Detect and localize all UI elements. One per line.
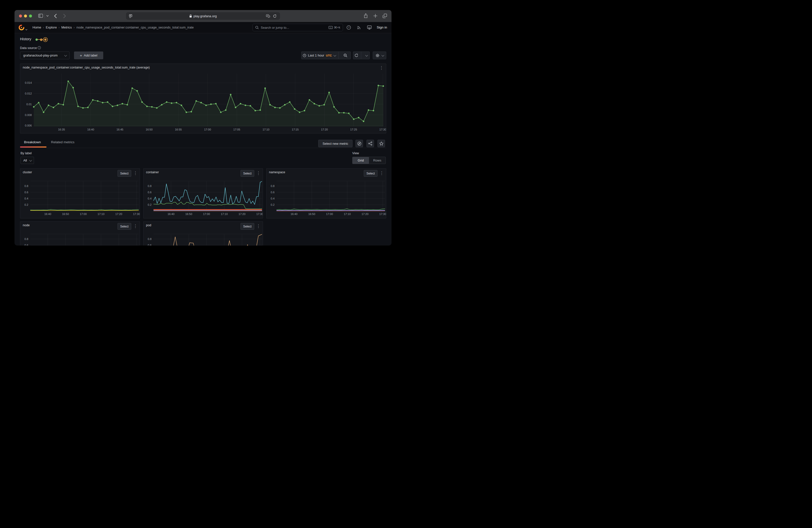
- org-chevron-down-icon[interactable]: [25, 27, 28, 31]
- tab-breakdown[interactable]: Breakdown: [24, 140, 41, 144]
- pod-chart[interactable]: 0.80.60.40.216:4016:5017:0017:1017:2017:…: [144, 221, 263, 246]
- active-tab-indicator: [20, 147, 46, 147]
- reader-icon[interactable]: [129, 12, 132, 20]
- svg-text:17:20: 17:20: [238, 212, 246, 216]
- svg-text:0.014: 0.014: [25, 81, 32, 84]
- svg-text:17:30: 17:30: [256, 212, 263, 216]
- svg-text:16:50: 16:50: [185, 212, 192, 216]
- translate-icon[interactable]: A: [266, 12, 270, 20]
- by-label-value: All: [23, 159, 27, 162]
- main-metric-chart[interactable]: 0.0140.0120.010.0080.00616:3516:4016:451…: [20, 64, 386, 133]
- select-new-metric-button[interactable]: Select new metric: [318, 140, 352, 147]
- chevron-down-icon: [381, 54, 384, 56]
- main-metric-panel: node_namespace_pod_container:container_c…: [20, 63, 386, 133]
- back-icon[interactable]: [54, 14, 57, 18]
- tab-overview-icon[interactable]: [382, 14, 387, 18]
- datasource-label: Data source: [20, 46, 37, 50]
- grafana-header: Home› Explore› Metrics› node_namespace_p…: [14, 22, 392, 33]
- breadcrumb-home[interactable]: Home: [32, 26, 41, 29]
- sign-in-button[interactable]: Sign in: [377, 26, 387, 29]
- svg-text:0.8: 0.8: [271, 185, 275, 188]
- browser-toolbar: play.grafana.org A: [14, 10, 392, 22]
- sidebar-icon[interactable]: [38, 14, 43, 18]
- svg-text:17:10: 17:10: [98, 212, 104, 216]
- settings-button[interactable]: [373, 52, 386, 59]
- svg-text:17:00: 17:00: [204, 128, 211, 131]
- share-icon[interactable]: [364, 13, 368, 18]
- svg-text:17:00: 17:00: [80, 212, 87, 216]
- news-rss-icon[interactable]: [356, 25, 362, 30]
- cluster-chart[interactable]: 0.80.60.40.216:4016:5017:0017:1017:2017:…: [20, 168, 140, 218]
- svg-text:0.2: 0.2: [148, 203, 151, 206]
- svg-text:0.8: 0.8: [148, 237, 151, 240]
- svg-text:0.6: 0.6: [148, 191, 151, 194]
- zoom-out-button[interactable]: [340, 54, 350, 58]
- history-label: History: [20, 37, 31, 41]
- search-icon: [255, 26, 259, 29]
- info-icon[interactable]: [38, 46, 41, 50]
- datasource-picker[interactable]: grafanacloud-play-prom: [20, 52, 70, 59]
- svg-text:0.8: 0.8: [148, 185, 151, 188]
- search-input[interactable]: Search or jump to... ⌘+k: [252, 24, 343, 31]
- view-grid-option[interactable]: Grid: [352, 157, 369, 164]
- refresh-icon[interactable]: [353, 54, 359, 57]
- view-rows-option[interactable]: Rows: [369, 157, 386, 164]
- svg-text:17:30: 17:30: [133, 212, 140, 216]
- chevron-down-icon: [29, 159, 32, 161]
- container-chart[interactable]: 0.80.60.40.216:4016:5017:0017:1017:2017:…: [144, 168, 263, 218]
- svg-text:16:45: 16:45: [116, 128, 124, 131]
- reload-icon[interactable]: [273, 12, 276, 20]
- svg-text:16:40: 16:40: [168, 212, 174, 216]
- svg-text:0.8: 0.8: [25, 185, 28, 188]
- svg-text:0.008: 0.008: [25, 114, 32, 117]
- lock-icon: [189, 14, 192, 18]
- svg-text:16:50: 16:50: [308, 212, 315, 216]
- sidebar-chevron-down-icon[interactable]: [46, 15, 49, 17]
- breadcrumb-explore[interactable]: Explore: [46, 26, 57, 29]
- breadcrumb-metrics[interactable]: Metrics: [61, 26, 72, 29]
- explore-compass-button[interactable]: [356, 140, 363, 147]
- search-shortcut: ⌘+k: [334, 26, 340, 29]
- svg-text:0.006: 0.006: [25, 124, 32, 127]
- svg-text:0.012: 0.012: [25, 92, 32, 95]
- url-text: play.grafana.org: [193, 14, 217, 18]
- zoom-window-button[interactable]: [29, 15, 32, 17]
- svg-text:A: A: [267, 15, 268, 17]
- svg-text:17:00: 17:00: [326, 212, 333, 216]
- chevron-down-icon: [334, 54, 336, 56]
- svg-text:16:40: 16:40: [87, 128, 94, 131]
- breadcrumb-metric-name: node_namespace_pod_container:container_c…: [76, 26, 194, 29]
- gear-icon: [376, 54, 379, 58]
- svg-text:0.6: 0.6: [25, 244, 28, 246]
- help-icon[interactable]: ?: [346, 25, 351, 30]
- history-step-current[interactable]: [43, 37, 48, 42]
- minimize-window-button[interactable]: [24, 15, 27, 17]
- share-metric-button[interactable]: [366, 140, 374, 147]
- toolbar-divider: [44, 14, 45, 18]
- close-window-button[interactable]: [19, 15, 22, 17]
- add-label-button[interactable]: + Add label: [74, 52, 103, 59]
- svg-text:17:30: 17:30: [379, 128, 386, 131]
- svg-text:16:40: 16:40: [44, 212, 51, 216]
- keyboard-icon: [329, 26, 333, 29]
- svg-text:17:30: 17:30: [379, 212, 386, 216]
- grafana-logo[interactable]: [18, 25, 25, 31]
- browser-window: play.grafana.org A: [14, 10, 392, 246]
- address-bar[interactable]: play.grafana.org A: [126, 12, 280, 20]
- by-label-select[interactable]: All: [20, 157, 34, 164]
- svg-text:?: ?: [348, 26, 349, 29]
- node-chart[interactable]: 0.80.60.40.216:4016:5017:0017:1017:2017:…: [20, 221, 140, 246]
- datasource-value: grafanacloud-play-prom: [23, 54, 58, 57]
- breakdown-panel-cluster: cluster Select ⋮ 0.80.60.40.216:4016:501…: [20, 168, 140, 219]
- time-range-picker[interactable]: Last 1 hour UTC: [301, 52, 351, 59]
- new-tab-icon[interactable]: [373, 14, 377, 18]
- svg-text:17:00: 17:00: [203, 212, 210, 216]
- svg-text:17:10: 17:10: [344, 212, 351, 216]
- monitor-icon[interactable]: [366, 25, 372, 30]
- svg-text:17:10: 17:10: [262, 128, 270, 131]
- bookmark-button[interactable]: [377, 140, 385, 147]
- tab-related-metrics[interactable]: Related metrics: [51, 140, 74, 144]
- namespace-chart[interactable]: 0.80.60.40.216:4016:5017:0017:1017:2017:…: [266, 168, 386, 218]
- refresh-button-group[interactable]: [353, 52, 370, 59]
- refresh-interval-dropdown[interactable]: [363, 55, 369, 57]
